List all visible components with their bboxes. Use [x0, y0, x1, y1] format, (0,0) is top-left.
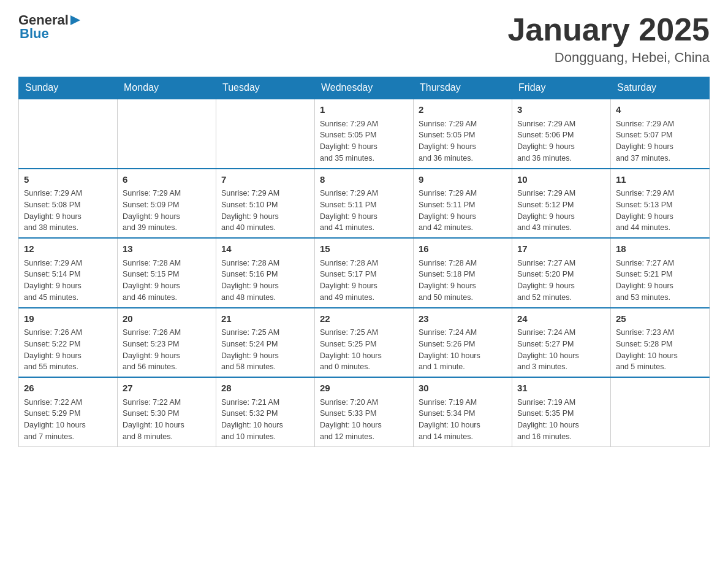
calendar-week-row: 26Sunrise: 7:22 AMSunset: 5:29 PMDayligh… [19, 377, 710, 446]
calendar-day-6: 6Sunrise: 7:29 AMSunset: 5:09 PMDaylight… [118, 169, 216, 239]
weekday-header-wednesday: Wednesday [315, 77, 414, 99]
day-info: Sunrise: 7:28 AMSunset: 5:16 PMDaylight:… [221, 258, 309, 304]
title-block: January 2025 Dongguang, Hebei, China [507, 12, 710, 66]
day-info: Sunrise: 7:29 AMSunset: 5:13 PMDaylight:… [616, 188, 704, 234]
day-info: Sunrise: 7:29 AMSunset: 5:05 PMDaylight:… [419, 118, 507, 164]
calendar-week-row: 12Sunrise: 7:29 AMSunset: 5:14 PMDayligh… [19, 238, 710, 308]
day-info: Sunrise: 7:28 AMSunset: 5:17 PMDaylight:… [320, 258, 408, 304]
weekday-header-tuesday: Tuesday [216, 77, 315, 99]
logo-blue-text: Blue [20, 26, 49, 42]
day-number: 25 [616, 312, 704, 326]
day-info: Sunrise: 7:29 AMSunset: 5:05 PMDaylight:… [320, 118, 408, 164]
day-number: 5 [24, 173, 112, 187]
calendar-empty-cell [216, 99, 315, 169]
calendar-day-15: 15Sunrise: 7:28 AMSunset: 5:17 PMDayligh… [315, 238, 414, 308]
day-number: 20 [123, 312, 211, 326]
day-number: 26 [24, 381, 112, 396]
calendar-day-23: 23Sunrise: 7:24 AMSunset: 5:26 PMDayligh… [414, 308, 512, 378]
day-info: Sunrise: 7:25 AMSunset: 5:24 PMDaylight:… [221, 327, 309, 373]
calendar-table: SundayMondayTuesdayWednesdayThursdayFrid… [18, 77, 710, 447]
day-info: Sunrise: 7:29 AMSunset: 5:11 PMDaylight:… [320, 188, 408, 234]
day-info: Sunrise: 7:19 AMSunset: 5:34 PMDaylight:… [419, 397, 507, 443]
logo: General Blue [18, 12, 82, 42]
calendar-day-10: 10Sunrise: 7:29 AMSunset: 5:12 PMDayligh… [512, 169, 611, 239]
calendar-day-25: 25Sunrise: 7:23 AMSunset: 5:28 PMDayligh… [611, 308, 710, 378]
calendar-day-18: 18Sunrise: 7:27 AMSunset: 5:21 PMDayligh… [611, 238, 710, 308]
day-number: 27 [123, 381, 211, 396]
day-number: 16 [419, 242, 507, 256]
day-info: Sunrise: 7:22 AMSunset: 5:30 PMDaylight:… [123, 397, 211, 443]
day-number: 14 [221, 242, 309, 256]
day-info: Sunrise: 7:23 AMSunset: 5:28 PMDaylight:… [616, 327, 704, 373]
weekday-header-monday: Monday [118, 77, 216, 99]
day-number: 19 [24, 312, 112, 326]
calendar-day-24: 24Sunrise: 7:24 AMSunset: 5:27 PMDayligh… [512, 308, 611, 378]
calendar-week-row: 19Sunrise: 7:26 AMSunset: 5:22 PMDayligh… [19, 308, 710, 378]
weekday-header-saturday: Saturday [611, 77, 710, 99]
calendar-day-7: 7Sunrise: 7:29 AMSunset: 5:10 PMDaylight… [216, 169, 315, 239]
day-number: 17 [517, 242, 605, 256]
svg-marker-0 [70, 15, 80, 25]
calendar-day-20: 20Sunrise: 7:26 AMSunset: 5:23 PMDayligh… [118, 308, 216, 378]
calendar-day-1: 1Sunrise: 7:29 AMSunset: 5:05 PMDaylight… [315, 99, 414, 169]
day-number: 31 [517, 381, 605, 396]
day-info: Sunrise: 7:29 AMSunset: 5:08 PMDaylight:… [24, 188, 112, 234]
calendar-day-30: 30Sunrise: 7:19 AMSunset: 5:34 PMDayligh… [414, 377, 512, 446]
day-number: 12 [24, 242, 112, 256]
calendar-day-4: 4Sunrise: 7:29 AMSunset: 5:07 PMDaylight… [611, 99, 710, 169]
calendar-empty-cell [611, 377, 710, 446]
day-info: Sunrise: 7:26 AMSunset: 5:22 PMDaylight:… [24, 327, 112, 373]
calendar-day-17: 17Sunrise: 7:27 AMSunset: 5:20 PMDayligh… [512, 238, 611, 308]
day-number: 28 [221, 381, 309, 396]
day-number: 24 [517, 312, 605, 326]
day-number: 10 [517, 173, 605, 187]
page-header: General Blue January 2025 Dongguang, Heb… [18, 12, 710, 66]
calendar-day-13: 13Sunrise: 7:28 AMSunset: 5:15 PMDayligh… [118, 238, 216, 308]
day-number: 2 [419, 103, 507, 117]
calendar-day-31: 31Sunrise: 7:19 AMSunset: 5:35 PMDayligh… [512, 377, 611, 446]
calendar-title: January 2025 [507, 12, 710, 47]
day-info: Sunrise: 7:24 AMSunset: 5:26 PMDaylight:… [419, 327, 507, 373]
day-number: 18 [616, 242, 704, 256]
day-info: Sunrise: 7:27 AMSunset: 5:20 PMDaylight:… [517, 258, 605, 304]
calendar-week-row: 1Sunrise: 7:29 AMSunset: 5:05 PMDaylight… [19, 99, 710, 169]
day-info: Sunrise: 7:29 AMSunset: 5:06 PMDaylight:… [517, 118, 605, 164]
calendar-day-3: 3Sunrise: 7:29 AMSunset: 5:06 PMDaylight… [512, 99, 611, 169]
calendar-day-12: 12Sunrise: 7:29 AMSunset: 5:14 PMDayligh… [19, 238, 118, 308]
calendar-week-row: 5Sunrise: 7:29 AMSunset: 5:08 PMDaylight… [19, 169, 710, 239]
calendar-day-16: 16Sunrise: 7:28 AMSunset: 5:18 PMDayligh… [414, 238, 512, 308]
day-number: 22 [320, 312, 408, 326]
day-number: 6 [123, 173, 211, 187]
calendar-subtitle: Dongguang, Hebei, China [507, 50, 710, 66]
day-number: 29 [320, 381, 408, 396]
calendar-header-row: SundayMondayTuesdayWednesdayThursdayFrid… [19, 77, 710, 99]
day-number: 23 [419, 312, 507, 326]
day-info: Sunrise: 7:29 AMSunset: 5:07 PMDaylight:… [616, 118, 704, 164]
calendar-day-5: 5Sunrise: 7:29 AMSunset: 5:08 PMDaylight… [19, 169, 118, 239]
calendar-day-8: 8Sunrise: 7:29 AMSunset: 5:11 PMDaylight… [315, 169, 414, 239]
logo-triangle-icon [69, 14, 82, 26]
weekday-header-sunday: Sunday [19, 77, 118, 99]
day-number: 7 [221, 173, 309, 187]
day-number: 3 [517, 103, 605, 117]
weekday-header-thursday: Thursday [414, 77, 512, 99]
day-info: Sunrise: 7:29 AMSunset: 5:12 PMDaylight:… [517, 188, 605, 234]
day-number: 8 [320, 173, 408, 187]
day-number: 21 [221, 312, 309, 326]
day-info: Sunrise: 7:29 AMSunset: 5:09 PMDaylight:… [123, 188, 211, 234]
calendar-day-11: 11Sunrise: 7:29 AMSunset: 5:13 PMDayligh… [611, 169, 710, 239]
day-info: Sunrise: 7:27 AMSunset: 5:21 PMDaylight:… [616, 258, 704, 304]
day-info: Sunrise: 7:25 AMSunset: 5:25 PMDaylight:… [320, 327, 408, 373]
calendar-day-2: 2Sunrise: 7:29 AMSunset: 5:05 PMDaylight… [414, 99, 512, 169]
calendar-day-26: 26Sunrise: 7:22 AMSunset: 5:29 PMDayligh… [19, 377, 118, 446]
day-info: Sunrise: 7:24 AMSunset: 5:27 PMDaylight:… [517, 327, 605, 373]
day-number: 1 [320, 103, 408, 117]
calendar-day-27: 27Sunrise: 7:22 AMSunset: 5:30 PMDayligh… [118, 377, 216, 446]
day-info: Sunrise: 7:29 AMSunset: 5:11 PMDaylight:… [419, 188, 507, 234]
day-info: Sunrise: 7:28 AMSunset: 5:15 PMDaylight:… [123, 258, 211, 304]
day-info: Sunrise: 7:26 AMSunset: 5:23 PMDaylight:… [123, 327, 211, 373]
day-info: Sunrise: 7:22 AMSunset: 5:29 PMDaylight:… [24, 397, 112, 443]
calendar-day-14: 14Sunrise: 7:28 AMSunset: 5:16 PMDayligh… [216, 238, 315, 308]
day-info: Sunrise: 7:21 AMSunset: 5:32 PMDaylight:… [221, 397, 309, 443]
day-number: 4 [616, 103, 704, 117]
